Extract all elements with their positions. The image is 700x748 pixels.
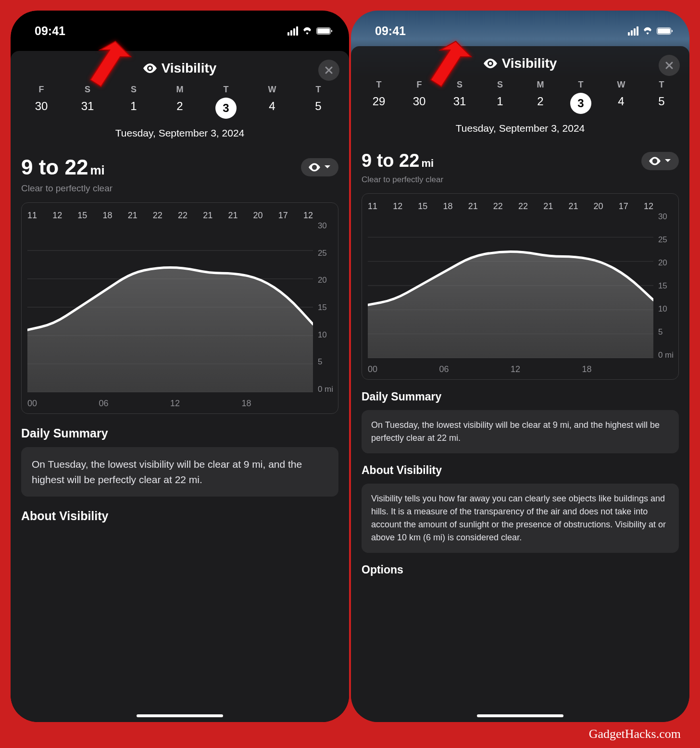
status-icons bbox=[628, 26, 671, 36]
close-icon bbox=[324, 65, 334, 75]
day-abbr: W bbox=[601, 80, 641, 90]
day-number: 4 bbox=[249, 100, 295, 113]
wifi-icon bbox=[302, 27, 312, 35]
day-column[interactable]: S31 bbox=[64, 85, 111, 119]
chevron-down-icon bbox=[324, 165, 331, 170]
cellular-icon bbox=[628, 26, 638, 36]
day-abbr: S bbox=[439, 80, 480, 90]
sheet-title: Visibility bbox=[484, 56, 557, 71]
day-number: 31 bbox=[64, 100, 111, 113]
day-abbr: T bbox=[359, 80, 399, 90]
close-button[interactable] bbox=[318, 60, 339, 81]
eye-icon bbox=[143, 63, 157, 73]
sheet-title: Visibility bbox=[143, 61, 217, 76]
chart-y-axis-right: 302520151050 mi bbox=[658, 212, 674, 360]
daily-summary-card: On Tuesday, the lowest visibility will b… bbox=[21, 447, 338, 497]
visibility-chart[interactable]: 111215182122222121201712 302520151050 mi… bbox=[362, 193, 679, 380]
day-abbr: W bbox=[249, 85, 295, 95]
day-number: 2 bbox=[520, 95, 561, 108]
wifi-icon bbox=[642, 27, 653, 35]
day-column[interactable]: S1 bbox=[480, 80, 520, 114]
day-number: 4 bbox=[601, 95, 641, 108]
battery-icon bbox=[316, 27, 331, 35]
day-abbr: S bbox=[480, 80, 520, 90]
close-icon bbox=[664, 61, 674, 70]
eye-icon bbox=[484, 59, 497, 68]
visibility-description: Clear to perfectly clear bbox=[21, 183, 338, 194]
visibility-sheet: Visibility F30S31S1M2T3W4T5 Tuesday, Sep… bbox=[11, 51, 349, 722]
day-abbr: S bbox=[111, 85, 157, 95]
options-title: Options bbox=[362, 563, 679, 576]
about-title: About Visibility bbox=[21, 509, 338, 523]
full-date: Tuesday, September 3, 2024 bbox=[351, 116, 689, 143]
metric-dropdown[interactable] bbox=[301, 158, 338, 176]
watermark: GadgetHacks.com bbox=[589, 727, 681, 741]
daily-summary-title: Daily Summary bbox=[362, 390, 679, 403]
visibility-range: 9 to 22mi bbox=[21, 155, 105, 179]
home-indicator[interactable] bbox=[477, 714, 563, 717]
days-row-left: F30S31S1M2T3W4T5 bbox=[11, 82, 349, 121]
daily-summary-card: On Tuesday, the lowest visibility will b… bbox=[362, 410, 679, 453]
day-abbr: M bbox=[157, 85, 203, 95]
day-number: 1 bbox=[480, 95, 520, 108]
day-abbr: T bbox=[295, 85, 341, 95]
full-date: Tuesday, September 3, 2024 bbox=[11, 121, 349, 148]
cellular-icon bbox=[288, 26, 298, 36]
day-column[interactable]: F30 bbox=[399, 80, 439, 114]
day-number: 31 bbox=[439, 95, 480, 108]
chart-y-axis-left: 302520151050 mi bbox=[318, 221, 333, 394]
day-number: 5 bbox=[641, 95, 682, 108]
metric-dropdown[interactable] bbox=[641, 152, 679, 170]
chart-plot-left bbox=[27, 222, 313, 392]
day-abbr: S bbox=[64, 85, 111, 95]
day-column[interactable]: S1 bbox=[111, 85, 157, 119]
day-abbr: T bbox=[641, 80, 682, 90]
home-indicator[interactable] bbox=[137, 714, 223, 717]
status-time: 09:41 bbox=[375, 24, 406, 38]
visibility-sheet: Visibility T29F30S31S1M2T3W4T5 Tuesday, … bbox=[351, 46, 689, 722]
visibility-chart[interactable]: 111215182122222121201712 302520151050 mi… bbox=[21, 202, 338, 414]
status-bar: 09:41 bbox=[11, 11, 349, 46]
day-number: 30 bbox=[18, 100, 64, 113]
day-column[interactable]: W4 bbox=[601, 80, 641, 114]
day-number: 29 bbox=[359, 95, 399, 108]
eye-icon bbox=[649, 157, 661, 165]
day-column[interactable]: T3 bbox=[203, 85, 249, 119]
day-number: 30 bbox=[399, 95, 439, 108]
about-title: About Visibility bbox=[362, 464, 679, 477]
chart-x-axis-right: 00061218 bbox=[368, 364, 653, 374]
day-number: 2 bbox=[157, 100, 203, 113]
phone-right: 09:41 Visibility T29F30S31S1M2T3W4T5 T bbox=[351, 11, 689, 722]
day-number: 3 bbox=[215, 98, 237, 119]
phone-left: 09:41 Visibility F30S31S1M2T3W4T5 Tues bbox=[11, 11, 349, 722]
day-column[interactable]: W4 bbox=[249, 85, 295, 119]
day-number: 5 bbox=[295, 100, 341, 113]
visibility-description: Clear to perfectly clear bbox=[362, 175, 679, 185]
chart-x-axis-left: 00061218 bbox=[27, 399, 313, 409]
day-column[interactable]: T29 bbox=[359, 80, 399, 114]
day-column[interactable]: M2 bbox=[157, 85, 203, 119]
day-column[interactable]: S31 bbox=[439, 80, 480, 114]
day-column[interactable]: F30 bbox=[18, 85, 64, 119]
day-abbr: M bbox=[520, 80, 561, 90]
day-column[interactable]: M2 bbox=[520, 80, 561, 114]
status-bar: 09:41 bbox=[351, 11, 689, 46]
status-icons bbox=[288, 26, 331, 36]
about-card: Visibility tells you how far away you ca… bbox=[362, 484, 679, 553]
day-abbr: T bbox=[203, 85, 249, 95]
day-column[interactable]: T5 bbox=[295, 85, 341, 119]
day-abbr: F bbox=[399, 80, 439, 90]
visibility-range: 9 to 22mi bbox=[362, 150, 434, 171]
daily-summary-title: Daily Summary bbox=[21, 426, 338, 440]
day-number: 1 bbox=[111, 100, 157, 113]
battery-icon bbox=[657, 27, 671, 35]
day-abbr: F bbox=[18, 85, 64, 95]
chevron-down-icon bbox=[664, 159, 671, 163]
eye-icon bbox=[309, 163, 320, 172]
day-number: 3 bbox=[570, 93, 591, 114]
day-abbr: T bbox=[561, 80, 601, 90]
day-column[interactable]: T3 bbox=[561, 80, 601, 114]
close-button[interactable] bbox=[659, 55, 680, 76]
days-row-right: T29F30S31S1M2T3W4T5 bbox=[351, 77, 689, 116]
day-column[interactable]: T5 bbox=[641, 80, 682, 114]
